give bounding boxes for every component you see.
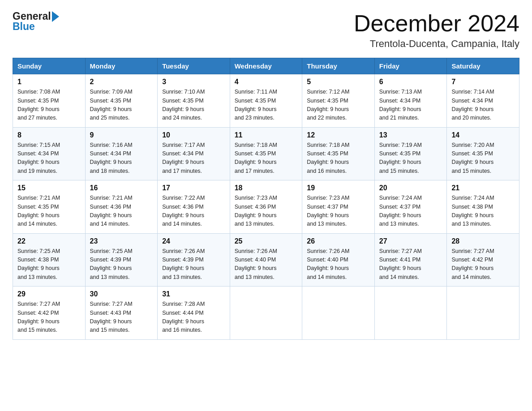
title-block: December 2024 Trentola-Ducenta, Campania… [354,11,519,50]
day-number: 15 [17,184,81,192]
day-number: 3 [162,78,225,86]
day-info: Sunrise: 7:18 AM Sunset: 4:35 PM Dayligh… [307,141,370,176]
calendar-cell [447,287,519,340]
day-info: Sunrise: 7:27 AM Sunset: 4:42 PM Dayligh… [451,247,515,282]
day-info: Sunrise: 7:22 AM Sunset: 4:36 PM Dayligh… [162,194,225,229]
day-number: 27 [379,237,442,245]
day-info: Sunrise: 7:27 AM Sunset: 4:43 PM Dayligh… [90,300,153,335]
day-number: 11 [235,131,298,139]
calendar-header-sunday: Sunday [13,58,86,74]
day-number: 18 [235,184,298,192]
day-info: Sunrise: 7:17 AM Sunset: 4:34 PM Dayligh… [162,141,225,176]
calendar-week-row: 22Sunrise: 7:25 AM Sunset: 4:38 PM Dayli… [13,233,519,287]
day-info: Sunrise: 7:18 AM Sunset: 4:35 PM Dayligh… [235,141,298,176]
calendar-cell: 26Sunrise: 7:26 AM Sunset: 4:40 PM Dayli… [302,233,375,287]
day-number: 31 [162,290,225,298]
day-info: Sunrise: 7:24 AM Sunset: 4:38 PM Dayligh… [451,194,515,229]
day-info: Sunrise: 7:26 AM Sunset: 4:40 PM Dayligh… [235,247,298,282]
day-info: Sunrise: 7:21 AM Sunset: 4:35 PM Dayligh… [17,194,81,229]
calendar-cell: 21Sunrise: 7:24 AM Sunset: 4:38 PM Dayli… [447,180,519,234]
location-subtitle: Trentola-Ducenta, Campania, Italy [354,38,519,50]
day-info: Sunrise: 7:19 AM Sunset: 4:35 PM Dayligh… [379,141,442,176]
day-info: Sunrise: 7:27 AM Sunset: 4:41 PM Dayligh… [379,247,442,282]
calendar-cell: 2Sunrise: 7:09 AM Sunset: 4:35 PM Daylig… [85,74,158,128]
day-info: Sunrise: 7:25 AM Sunset: 4:38 PM Dayligh… [17,247,81,282]
calendar-cell: 14Sunrise: 7:20 AM Sunset: 4:35 PM Dayli… [447,127,519,180]
day-info: Sunrise: 7:09 AM Sunset: 4:35 PM Dayligh… [90,88,153,123]
logo: General Blue [13,11,59,32]
calendar-cell: 8Sunrise: 7:15 AM Sunset: 4:34 PM Daylig… [13,127,86,180]
calendar-header-friday: Friday [374,58,447,74]
day-number: 29 [17,290,81,298]
page-header: General Blue December 2024 Trentola-Duce… [13,11,519,50]
day-info: Sunrise: 7:15 AM Sunset: 4:34 PM Dayligh… [17,141,81,176]
day-info: Sunrise: 7:26 AM Sunset: 4:39 PM Dayligh… [162,247,225,282]
day-info: Sunrise: 7:12 AM Sunset: 4:35 PM Dayligh… [307,88,370,123]
day-number: 6 [379,78,442,86]
day-info: Sunrise: 7:23 AM Sunset: 4:37 PM Dayligh… [307,194,370,229]
day-number: 10 [162,131,225,139]
month-year-title: December 2024 [354,11,519,36]
day-number: 28 [451,237,515,245]
day-info: Sunrise: 7:14 AM Sunset: 4:34 PM Dayligh… [451,88,515,123]
day-info: Sunrise: 7:10 AM Sunset: 4:35 PM Dayligh… [162,88,225,123]
day-info: Sunrise: 7:08 AM Sunset: 4:35 PM Dayligh… [17,88,81,123]
calendar-cell [230,287,302,340]
calendar-cell [302,287,375,340]
calendar-week-row: 8Sunrise: 7:15 AM Sunset: 4:34 PM Daylig… [13,127,519,180]
calendar-cell: 6Sunrise: 7:13 AM Sunset: 4:34 PM Daylig… [374,74,447,128]
calendar-cell: 23Sunrise: 7:25 AM Sunset: 4:39 PM Dayli… [85,233,158,287]
calendar-cell: 16Sunrise: 7:21 AM Sunset: 4:36 PM Dayli… [85,180,158,234]
day-info: Sunrise: 7:21 AM Sunset: 4:36 PM Dayligh… [90,194,153,229]
calendar-header-thursday: Thursday [302,58,375,74]
calendar-week-row: 15Sunrise: 7:21 AM Sunset: 4:35 PM Dayli… [13,180,519,234]
day-info: Sunrise: 7:13 AM Sunset: 4:34 PM Dayligh… [379,88,442,123]
calendar-cell: 3Sunrise: 7:10 AM Sunset: 4:35 PM Daylig… [158,74,230,128]
day-number: 5 [307,78,370,86]
calendar-header-row: SundayMondayTuesdayWednesdayThursdayFrid… [13,58,519,74]
day-info: Sunrise: 7:27 AM Sunset: 4:42 PM Dayligh… [17,300,81,335]
day-info: Sunrise: 7:26 AM Sunset: 4:40 PM Dayligh… [307,247,370,282]
day-info: Sunrise: 7:11 AM Sunset: 4:35 PM Dayligh… [235,88,298,123]
day-number: 7 [451,78,515,86]
day-number: 1 [17,78,81,86]
calendar-header-tuesday: Tuesday [158,58,230,74]
day-info: Sunrise: 7:23 AM Sunset: 4:36 PM Dayligh… [235,194,298,229]
day-number: 16 [90,184,153,192]
calendar-cell: 9Sunrise: 7:16 AM Sunset: 4:34 PM Daylig… [85,127,158,180]
day-info: Sunrise: 7:28 AM Sunset: 4:44 PM Dayligh… [162,300,225,335]
calendar-week-row: 1Sunrise: 7:08 AM Sunset: 4:35 PM Daylig… [13,74,519,128]
day-number: 26 [307,237,370,245]
calendar-header-wednesday: Wednesday [230,58,302,74]
calendar-header-monday: Monday [85,58,158,74]
calendar-cell: 11Sunrise: 7:18 AM Sunset: 4:35 PM Dayli… [230,127,302,180]
day-number: 2 [90,78,153,86]
day-info: Sunrise: 7:16 AM Sunset: 4:34 PM Dayligh… [90,141,153,176]
calendar-cell: 17Sunrise: 7:22 AM Sunset: 4:36 PM Dayli… [158,180,230,234]
calendar-cell: 31Sunrise: 7:28 AM Sunset: 4:44 PM Dayli… [158,287,230,340]
logo-arrow-icon [52,11,59,22]
calendar-cell: 18Sunrise: 7:23 AM Sunset: 4:36 PM Dayli… [230,180,302,234]
day-number: 23 [90,237,153,245]
calendar-cell: 13Sunrise: 7:19 AM Sunset: 4:35 PM Dayli… [374,127,447,180]
calendar-cell: 7Sunrise: 7:14 AM Sunset: 4:34 PM Daylig… [447,74,519,128]
calendar-cell: 29Sunrise: 7:27 AM Sunset: 4:42 PM Dayli… [13,287,86,340]
calendar-cell: 25Sunrise: 7:26 AM Sunset: 4:40 PM Dayli… [230,233,302,287]
calendar-cell: 20Sunrise: 7:24 AM Sunset: 4:37 PM Dayli… [374,180,447,234]
day-number: 30 [90,290,153,298]
calendar-table: SundayMondayTuesdayWednesdayThursdayFrid… [13,58,519,340]
calendar-cell: 28Sunrise: 7:27 AM Sunset: 4:42 PM Dayli… [447,233,519,287]
calendar-week-row: 29Sunrise: 7:27 AM Sunset: 4:42 PM Dayli… [13,287,519,340]
day-number: 20 [379,184,442,192]
calendar-cell [374,287,447,340]
day-number: 12 [307,131,370,139]
logo-general-text: General [13,11,51,21]
day-number: 17 [162,184,225,192]
day-number: 14 [451,131,515,139]
day-number: 9 [90,131,153,139]
day-info: Sunrise: 7:25 AM Sunset: 4:39 PM Dayligh… [90,247,153,282]
day-number: 4 [235,78,298,86]
day-number: 24 [162,237,225,245]
calendar-cell: 5Sunrise: 7:12 AM Sunset: 4:35 PM Daylig… [302,74,375,128]
day-number: 13 [379,131,442,139]
